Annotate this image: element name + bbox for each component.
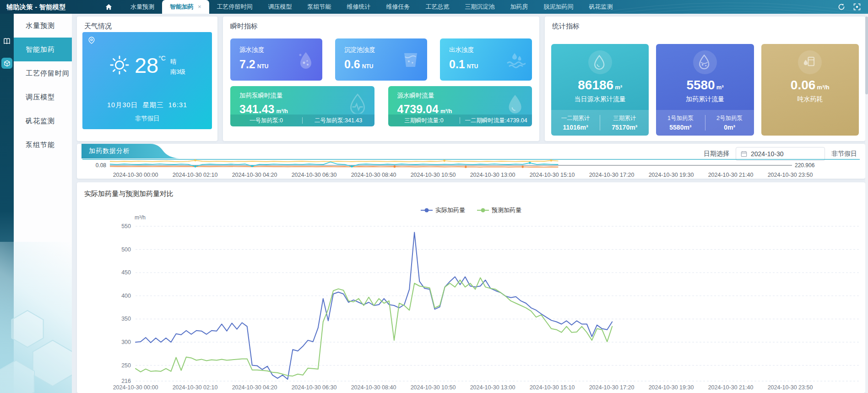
value-number: 86186: [578, 78, 613, 92]
tab-label: 调压模型: [268, 3, 292, 10]
book-icon[interactable]: [3, 38, 11, 45]
refresh-icon[interactable]: [838, 3, 845, 11]
legend-marker-predicted: [477, 208, 489, 213]
tab-水量预测[interactable]: 水量预测: [123, 0, 162, 14]
tab-label: 维修任务: [386, 3, 410, 10]
tab-维修任务[interactable]: 维修任务: [379, 0, 418, 14]
stat-sub-value: 75170m³: [600, 124, 649, 131]
sidebar-item-水量预测[interactable]: 水量预测: [14, 14, 72, 38]
flow-card-footer: 一号加药泵:0二号加药泵:341.43: [230, 115, 374, 126]
date-select-label: 日期选择: [704, 150, 729, 158]
stat-card-icon-wrap: [693, 50, 717, 74]
sidebar: 水量预测智能加药工艺停留时间调压模型矾花监测泵组节能: [0, 14, 72, 393]
tab-三期沉淀池[interactable]: 三期沉淀池: [457, 0, 503, 14]
stat-sub-三期累计: 三期累计75170m³: [600, 115, 649, 131]
y-tick-label: 216: [121, 378, 131, 384]
spark-x-tick-label: 2024-10-30 21:40: [708, 172, 754, 178]
tab-加药房[interactable]: 加药房: [503, 0, 536, 14]
x-tick-label: 2024-10-30 00:00: [113, 384, 158, 391]
app-title: 辅助决策 - 智能模型: [6, 0, 66, 14]
x-tick-label: 2024-10-30 23:50: [768, 384, 813, 391]
y-tick-label: 300: [121, 339, 131, 345]
weather-holiday-status: 非节假日: [82, 115, 212, 123]
tab-label: 加药房: [510, 3, 528, 10]
tab-矾花监测[interactable]: 矾花监测: [581, 0, 621, 14]
model-cube-icon: [4, 60, 11, 67]
sidebar-item-工艺停留时间[interactable]: 工艺停留时间: [14, 61, 72, 85]
tab-工艺停留时间[interactable]: 工艺停留时间: [209, 0, 260, 14]
stats-panel-title: 统计指标: [552, 22, 580, 31]
spark-cyan-line: [110, 162, 558, 167]
spark-x-tick-label: 2024-10-30 10:50: [411, 172, 456, 178]
spark-x-tick-label: 2024-10-30 08:40: [351, 172, 396, 178]
value-unit: m³: [716, 84, 724, 91]
card-icon-wrap: [505, 49, 526, 71]
sidebar-item-label: 泵组节能: [26, 141, 55, 148]
weather-main: 28°C 晴 南3级: [82, 54, 212, 76]
sidebar-item-label: 智能加药: [26, 45, 55, 53]
tab-label: 三期沉淀池: [465, 3, 495, 10]
topbar: 辅助决策 - 智能模型 水量预测智能加药×工艺停留时间调压模型泵组节能维修统计维…: [0, 0, 868, 14]
home-icon: [105, 4, 112, 11]
droplet-bubbles-icon: [296, 49, 316, 70]
legend-item-actual[interactable]: 实际加药量: [421, 206, 465, 214]
tab-脱泥加药间[interactable]: 脱泥加药间: [536, 0, 581, 14]
value-unit: NTU: [467, 63, 478, 70]
sidebar-item-矾花监测[interactable]: 矾花监测: [14, 109, 72, 133]
date-picker-value: 2024-10-30: [751, 150, 784, 158]
value-unit: m³: [615, 84, 622, 91]
stat-card-label: 吨水药耗: [761, 95, 859, 104]
y-tick-label: 500: [121, 246, 131, 253]
tab-label: 工艺总览: [426, 3, 450, 10]
beaker-icon: [401, 49, 421, 70]
tab-维修统计[interactable]: 维修统计: [339, 0, 379, 14]
sidebar-item-label: 调压模型: [26, 93, 55, 101]
x-tick-label: 2024-10-30 10:50: [411, 384, 456, 391]
stat-sub-value: 0m³: [705, 124, 754, 131]
tab-label: 维修统计: [347, 3, 371, 10]
card-icon-wrap: [504, 93, 525, 115]
tab-bar: 水量预测智能加药×工艺停留时间调压模型泵组节能维修统计维修任务工艺总览三期沉淀池…: [123, 0, 621, 14]
x-tick-label: 2024-10-30 06:30: [292, 384, 337, 391]
value-number: 7.2: [239, 58, 255, 71]
tab-label: 矾花监测: [589, 3, 613, 10]
dosing-analysis-sparkline: 0.08220.9062024-10-30 00:002024-10-30 02…: [77, 158, 865, 179]
x-tick-label: 2024-10-30 04:20: [232, 384, 277, 391]
spark-x-tick-label: 2024-10-30 23:50: [768, 172, 813, 178]
tab-泵组节能[interactable]: 泵组节能: [300, 0, 339, 14]
sidebar-item-调压模型[interactable]: 调压模型: [14, 85, 72, 109]
instant-card-沉淀池浊度: 沉淀池浊度0.6NTU: [335, 38, 427, 81]
instant-card-出水浊度: 出水浊度0.1NTU: [440, 38, 532, 81]
tab-智能加药[interactable]: 智能加药×: [162, 0, 209, 14]
flow-sub-left: 一号加药泵:0: [230, 117, 302, 125]
flow-card-footer: 三期瞬时流量:0一二期瞬时流量:4739.04: [388, 115, 532, 126]
ton-water-icon: [801, 53, 819, 71]
fullscreen-icon[interactable]: [853, 3, 861, 11]
sidebar-item-智能加药[interactable]: 智能加药: [14, 38, 72, 61]
y-axis-unit: m³/h: [135, 214, 146, 221]
x-tick-label: 2024-10-30 13:00: [470, 384, 515, 391]
scrollbar-thumb[interactable]: [865, 16, 868, 94]
comparison-line-chart: 2162503003504004505005502024-10-30 00:00…: [77, 223, 865, 393]
weather-condition-wind: 晴 南3级: [170, 54, 185, 76]
value-number: 5580: [686, 78, 715, 92]
home-button[interactable]: [102, 0, 115, 14]
tab-工艺总览[interactable]: 工艺总览: [418, 0, 457, 14]
sidebar-item-泵组节能[interactable]: 泵组节能: [14, 133, 72, 157]
spark-x-tick-label: 2024-10-30 00:00: [113, 172, 158, 178]
instant-panel-title: 瞬时指标: [230, 22, 258, 31]
dosing-analysis-panel: 加药数据分析 日期选择 2024-10-30 非节假日 0.08220.9062…: [77, 144, 865, 179]
tab-调压模型[interactable]: 调压模型: [260, 0, 300, 14]
tab-close-icon[interactable]: ×: [198, 3, 201, 10]
source-water-icon: [591, 53, 609, 71]
spark-y-min-label: 0.08: [96, 162, 107, 169]
smart-model-rail-button[interactable]: [1, 58, 12, 69]
ribbon-title: 加药数据分析: [89, 144, 130, 158]
stat-card-value: 0.06m³/h: [761, 78, 859, 93]
instant-indicators-panel: 瞬时指标 源水浊度7.2NTU沉淀池浊度0.6NTU出水浊度0.1NTU 加药泵…: [223, 16, 539, 141]
topbar-wave-decoration: [584, 0, 868, 14]
statistics-panel: 统计指标 86186m³当日源水累计流量一二期累计11016m³三期累计7517…: [545, 16, 865, 141]
stat-sub-key: 1号加药泵: [656, 115, 705, 122]
legend-item-predicted[interactable]: 预测加药量: [477, 206, 521, 214]
tab-label: 工艺停留时间: [217, 3, 253, 10]
